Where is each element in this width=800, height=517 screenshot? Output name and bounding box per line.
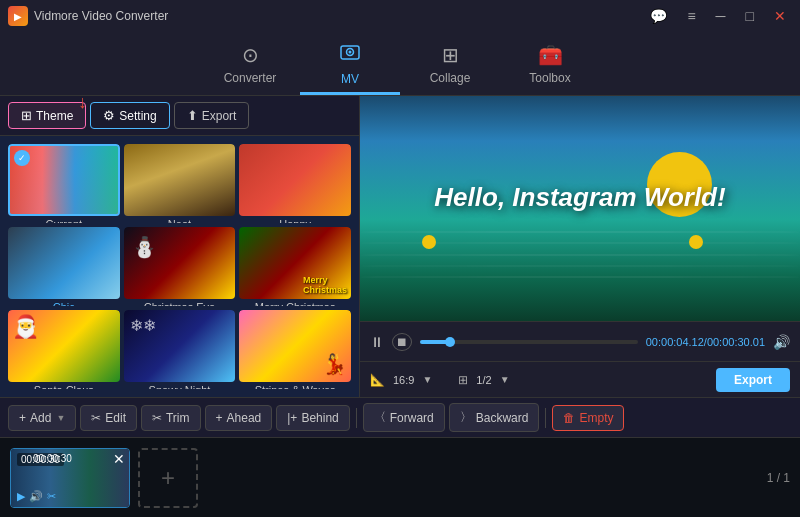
- forward-label: Forward: [390, 411, 434, 425]
- theme-item-happy[interactable]: Happy: [239, 144, 351, 223]
- subtab-setting-label: Setting: [119, 109, 156, 123]
- aspect-ratio-label: 16:9: [393, 374, 414, 386]
- timeline: 00:00:30 00:00:30 ✕ ▶ 🔊 ✂ + 1 / 1: [0, 437, 800, 517]
- toolbox-icon: 🧰: [538, 43, 563, 67]
- add-button[interactable]: + Add ▼: [8, 405, 76, 431]
- tab-collage[interactable]: ⊞ Collage: [400, 39, 500, 95]
- tab-mv-label: MV: [341, 72, 359, 86]
- volume-btn[interactable]: 🔊: [773, 334, 790, 350]
- empty-button[interactable]: 🗑 Empty: [552, 405, 624, 431]
- chat-icon[interactable]: 💬: [644, 6, 673, 26]
- maximize-btn[interactable]: □: [740, 6, 760, 26]
- trim-button[interactable]: ✂ Trim: [141, 405, 201, 431]
- theme-item-santa-claus[interactable]: 🎅 Santa Claus: [8, 310, 120, 389]
- theme-grid: ✓ Current Neat Happy: [0, 136, 359, 397]
- theme-label-merry-christmas: Merry Christmas: [239, 299, 351, 306]
- left-panel: ↓ ⊞ Theme ⚙ Setting ⬆ Export ✓: [0, 96, 360, 397]
- theme-thumb-merry-christmas: MerryChristmas: [239, 227, 351, 299]
- split-dropdown-icon[interactable]: ▼: [500, 374, 510, 385]
- theme-label-happy: Happy: [239, 216, 351, 223]
- main-layout: ↓ ⊞ Theme ⚙ Setting ⬆ Export ✓: [0, 96, 800, 397]
- clip-time-text: 00:00:30: [33, 453, 72, 464]
- trash-icon: 🗑: [563, 411, 575, 425]
- theme-item-neat[interactable]: Neat: [124, 144, 236, 223]
- subtab-theme[interactable]: ⊞ Theme: [8, 102, 86, 129]
- theme-item-merry-christmas[interactable]: MerryChristmas Merry Christmas: [239, 227, 351, 306]
- theme-label-christmas-eve: Christmas Eve: [124, 299, 236, 306]
- theme-label-chic: Chic: [8, 299, 120, 306]
- theme-item-current[interactable]: ✓ Current: [8, 144, 120, 223]
- titlebar-left: ▶ Vidmore Video Converter: [8, 6, 168, 26]
- behind-button[interactable]: |+ Behind: [276, 405, 350, 431]
- tab-toolbox-label: Toolbox: [529, 71, 570, 85]
- behind-icon: |+: [287, 411, 297, 425]
- clip-play-icon[interactable]: ▶: [17, 490, 25, 503]
- close-btn[interactable]: ✕: [768, 6, 792, 26]
- theme-thumb-santa: 🎅: [8, 310, 120, 382]
- stop-btn[interactable]: ⏹: [392, 333, 412, 351]
- sub-tabs: ⊞ Theme ⚙ Setting ⬆ Export: [0, 96, 359, 136]
- menu-icon[interactable]: ≡: [681, 6, 701, 26]
- converter-icon: ⊙: [242, 43, 259, 67]
- theme-thumb-current: ✓: [8, 144, 120, 216]
- player-controls: ⏸ ⏹ 00:00:04.12/00:00:30.01 🔊: [360, 321, 800, 361]
- theme-item-stripes-waves[interactable]: 💃 Stripes & Waves: [239, 310, 351, 389]
- theme-thumb-stripes-waves: 💃: [239, 310, 351, 382]
- export-button[interactable]: Export: [716, 368, 790, 392]
- add-clip-icon: +: [161, 464, 175, 492]
- tab-mv[interactable]: MV: [300, 39, 400, 95]
- tab-converter[interactable]: ⊙ Converter: [200, 39, 300, 95]
- tab-collage-label: Collage: [430, 71, 471, 85]
- page-count: 1 / 1: [767, 471, 790, 485]
- edit-button[interactable]: ✂ Edit: [80, 405, 137, 431]
- theme-label-santa-claus: Santa Claus: [8, 382, 120, 389]
- preview-circle-small-left: [422, 235, 436, 249]
- theme-grid-icon: ⊞: [21, 108, 32, 123]
- backward-label: Backward: [476, 411, 529, 425]
- theme-thumb-happy: [239, 144, 351, 216]
- minimize-btn[interactable]: ─: [710, 6, 732, 26]
- toolbar-divider: [356, 408, 357, 428]
- theme-thumb-chic: [8, 227, 120, 299]
- subtab-theme-label: Theme: [36, 109, 73, 123]
- edit-label: Edit: [105, 411, 126, 425]
- theme-label-neat: Neat: [124, 216, 236, 223]
- trim-label: Trim: [166, 411, 190, 425]
- timeline-clip-1[interactable]: 00:00:30 00:00:30 ✕ ▶ 🔊 ✂: [10, 448, 130, 508]
- titlebar: ▶ Vidmore Video Converter 💬 ≡ ─ □ ✕: [0, 0, 800, 32]
- forward-button[interactable]: 〈 Forward: [363, 403, 445, 432]
- aspect-ratio-dropdown-icon[interactable]: ▼: [422, 374, 432, 385]
- subtab-setting[interactable]: ⚙ Setting: [90, 102, 169, 129]
- theme-item-chic[interactable]: Chic: [8, 227, 120, 306]
- theme-thumb-christmas-eve: ⛄: [124, 227, 236, 299]
- clip-close-btn[interactable]: ✕: [113, 451, 125, 467]
- theme-thumb-neat: [124, 144, 236, 216]
- theme-item-christmas-eve[interactable]: ⛄ Christmas Eve: [124, 227, 236, 306]
- progress-bar[interactable]: [420, 340, 638, 344]
- collage-icon: ⊞: [442, 43, 459, 67]
- clip-volume-icon[interactable]: 🔊: [29, 490, 43, 503]
- nav-tabs: ⊙ Converter MV ⊞ Collage 🧰 Toolbox: [0, 32, 800, 96]
- clip-action-icons: ▶ 🔊 ✂: [17, 490, 56, 503]
- subtab-export-label: Export: [202, 109, 237, 123]
- theme-label-snowy-night: Snowy Night: [124, 382, 236, 389]
- tab-toolbox[interactable]: 🧰 Toolbox: [500, 39, 600, 95]
- bottom-toolbar: + Add ▼ ✂ Edit ✂ Trim + Ahead |+ Behind …: [0, 397, 800, 437]
- player-bottom-controls: 📐 16:9 ▼ ⊞ 1/2 ▼ Export: [360, 361, 800, 397]
- theme-thumb-snowy-night: ❄❄: [124, 310, 236, 382]
- trim-icon: ✂: [152, 411, 162, 425]
- theme-item-snowy-night[interactable]: ❄❄ Snowy Night: [124, 310, 236, 389]
- ahead-button[interactable]: + Ahead: [205, 405, 273, 431]
- right-panel: Hello, Instagram World! ⏸ ⏹ 00:00:04.12/…: [360, 96, 800, 397]
- clip-cut-icon[interactable]: ✂: [47, 490, 56, 503]
- theme-label-stripes-waves: Stripes & Waves: [239, 382, 351, 389]
- settings-gear-icon: ⚙: [103, 108, 115, 123]
- subtab-export[interactable]: ⬆ Export: [174, 102, 250, 129]
- backward-icon: 〉: [460, 409, 472, 426]
- backward-button[interactable]: 〉 Backward: [449, 403, 540, 432]
- add-clip-button[interactable]: +: [138, 448, 198, 508]
- toolbar-divider-2: [545, 408, 546, 428]
- empty-label: Empty: [579, 411, 613, 425]
- play-pause-btn[interactable]: ⏸: [370, 334, 384, 350]
- split-label: 1/2: [476, 374, 491, 386]
